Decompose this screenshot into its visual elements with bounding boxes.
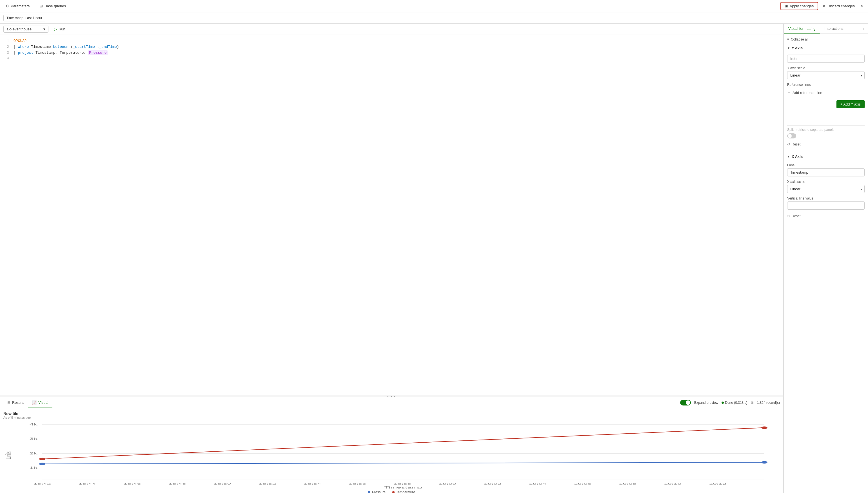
x-axis-reset-button[interactable]: ↺ Reset <box>787 213 800 219</box>
vertical-line-input[interactable] <box>787 201 865 210</box>
svg-point-29 <box>39 458 45 460</box>
right-content: ≡ Collapse all ▼ Y Axis Y axis scale Lin… <box>784 34 868 493</box>
visual-formatting-label: Visual formatting <box>788 26 815 31</box>
status-dot <box>722 402 724 404</box>
y-axis-scale-select[interactable]: Linear Logarithmic <box>787 71 865 79</box>
nav-base-queries[interactable]: ⊞ Base queries <box>38 3 68 9</box>
svg-text:19:00: 19:00 <box>439 482 456 485</box>
x-axis-scale-select-wrap: Linear Logarithmic ▾ <box>787 185 865 193</box>
tabs-bar: ⊞ Results 📈 Visual Expand preview <box>0 397 783 408</box>
svg-text:18:46: 18:46 <box>124 482 141 485</box>
y-axis-infer-group <box>787 55 865 63</box>
time-range-label: Time range: Last 1 hour <box>6 16 42 20</box>
add-y-axis-label: + Add Y axis <box>841 102 861 106</box>
top-bar: ⚙ Parameters ⊞ Base queries ⊞ Apply chan… <box>0 0 868 13</box>
y-axis-section-header[interactable]: ▼ Y Axis <box>784 44 868 52</box>
discard-label: Discard changes <box>827 4 855 8</box>
results-tab-label: Results <box>12 401 24 405</box>
expand-preview-toggle[interactable] <box>680 400 691 406</box>
y-axis-scale-select-wrap: Linear Logarithmic ▾ <box>787 71 865 79</box>
status-done: Done (0.318 s) <box>722 401 747 405</box>
split-metrics-label: Split metrics to separate panels <box>787 128 865 132</box>
x-axis-field-label: Label <box>787 163 865 167</box>
split-metrics-toggle-wrap <box>787 133 865 138</box>
parameters-label: Parameters <box>11 4 29 8</box>
svg-text:19:10: 19:10 <box>664 482 681 485</box>
tab-results[interactable]: ⊞ Results <box>3 398 28 407</box>
ref-lines-section: Reference lines ＋ Add reference line <box>787 83 865 97</box>
discard-changes-button[interactable]: ✕ Discard changes <box>820 2 857 9</box>
x-axis-label-group: Label Timestamp <box>787 163 865 176</box>
code-line-3: 3 | project Timestamp, Temperature, Pres… <box>3 50 780 56</box>
refresh-button[interactable]: ↻ <box>859 3 865 9</box>
temperature-dot <box>392 491 395 493</box>
resize-handle[interactable]: • • • <box>0 395 783 397</box>
chart-container: Units 4k 3k 2k 1k 18:42 <box>3 422 780 489</box>
time-range-button[interactable]: Time range: Last 1 hour <box>3 15 45 21</box>
y-axis-content: Y axis scale Linear Logarithmic ▾ Refere… <box>784 52 868 150</box>
y-axis-reset-label: Reset <box>792 143 800 146</box>
tabs-left: ⊞ Results 📈 Visual <box>3 398 53 407</box>
expand-panel-button[interactable]: » <box>862 25 866 32</box>
x-axis-section-header[interactable]: ▼ X Axis <box>784 152 868 161</box>
visual-tab-label: Visual <box>38 401 48 405</box>
main-layout: aio-eventhouse ▾ ▷ Run 1 OPCUA2 2 | wher… <box>0 24 868 493</box>
svg-text:18:54: 18:54 <box>304 482 321 485</box>
second-bar: Time range: Last 1 hour <box>0 13 868 24</box>
y-axis-scale-group: Y axis scale Linear Logarithmic ▾ <box>787 66 865 79</box>
divider <box>787 125 865 126</box>
svg-text:18:58: 18:58 <box>394 482 411 485</box>
add-y-axis-button[interactable]: + Add Y axis <box>836 100 865 108</box>
code-line-4: 4 <box>3 56 780 62</box>
table-icon: ⊞ <box>7 401 11 405</box>
tab-visual[interactable]: 📈 Visual <box>28 398 52 407</box>
collapse-all-label: Collapse all <box>791 38 808 41</box>
editor-toolbar: aio-eventhouse ▾ ▷ Run <box>0 24 783 35</box>
chart-legend: Pressure Temperature <box>3 490 780 493</box>
x-axis-content: Label Timestamp X axis scale Linear Loga… <box>784 161 868 221</box>
svg-text:19:02: 19:02 <box>484 482 501 485</box>
add-ref-label: Add reference line <box>792 91 822 95</box>
pressure-dot <box>368 491 370 493</box>
chevron-down-icon: ▼ <box>787 46 790 49</box>
section-divider <box>784 151 868 151</box>
tile-title: New tile <box>3 411 780 416</box>
run-icon: ▷ <box>54 27 57 31</box>
y-axis-reset-wrap: ↺ Reset <box>787 141 865 147</box>
datasource-selector[interactable]: aio-eventhouse ▾ <box>3 26 48 33</box>
y-axis-label: Y Axis <box>792 46 803 50</box>
expand-preview-label: Expand preview <box>694 401 718 405</box>
code-editor[interactable]: 1 OPCUA2 2 | where Timestamp between (_s… <box>0 35 783 395</box>
y-axis-scale-label: Y axis scale <box>787 66 865 70</box>
tab-interactions[interactable]: Interactions <box>820 24 848 34</box>
base-queries-icon: ⊞ <box>40 4 43 8</box>
chevron-down-icon: ▾ <box>43 27 45 31</box>
add-reference-line-button[interactable]: ＋ Add reference line <box>787 88 865 97</box>
split-metrics-toggle[interactable] <box>787 133 796 138</box>
x-axis-scale-label: X axis scale <box>787 180 865 184</box>
nav-parameters[interactable]: ⚙ Parameters <box>3 3 32 9</box>
apply-label: Apply changes <box>790 4 814 8</box>
run-label: Run <box>59 27 65 31</box>
apply-changes-button[interactable]: ⊞ Apply changes <box>780 2 818 10</box>
right-panel: Visual formatting Interactions » ≡ Colla… <box>784 24 868 493</box>
tile-subtitle: As of 5 minutes ago <box>3 416 780 419</box>
svg-text:19:04: 19:04 <box>529 482 546 485</box>
y-axis-infer-input[interactable] <box>787 55 865 63</box>
parameters-icon: ⚙ <box>6 4 9 8</box>
vertical-line-label: Vertical line value <box>787 196 865 200</box>
x-axis-scale-select[interactable]: Linear Logarithmic <box>787 185 865 193</box>
svg-text:18:50: 18:50 <box>213 482 231 485</box>
run-button[interactable]: ▷ Run <box>52 26 68 33</box>
top-bar-left: ⚙ Parameters ⊞ Base queries <box>3 3 68 9</box>
collapse-all-button[interactable]: ≡ Collapse all <box>784 36 812 42</box>
interactions-label: Interactions <box>825 26 844 31</box>
x-axis-label-input[interactable]: Timestamp <box>787 168 865 176</box>
add-y-axis-wrap: + Add Y axis <box>787 99 865 108</box>
split-metrics-section: Split metrics to separate panels ↺ Reset <box>787 125 865 147</box>
tab-visual-formatting[interactable]: Visual formatting <box>784 24 820 34</box>
reset-icon: ↺ <box>787 214 790 218</box>
svg-point-27 <box>39 463 45 465</box>
y-axis-reset-button[interactable]: ↺ Reset <box>787 141 800 147</box>
svg-text:4k: 4k <box>29 423 38 426</box>
